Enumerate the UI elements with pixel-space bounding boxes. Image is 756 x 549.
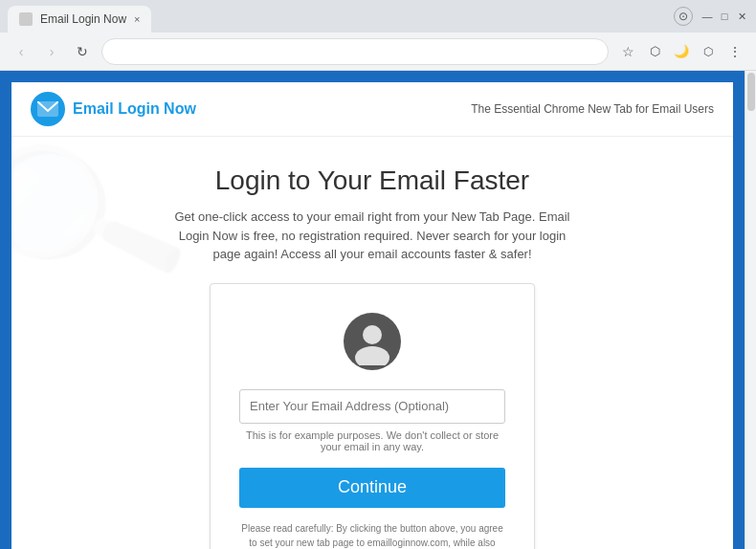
- restore-button[interactable]: □: [718, 10, 731, 23]
- fine-print: Please read carefully: By clicking the b…: [239, 521, 505, 550]
- email-input[interactable]: [239, 389, 505, 424]
- address-bar[interactable]: [101, 38, 609, 65]
- logo-text: Email Login Now: [73, 100, 196, 118]
- site-header: Email Login Now The Essential Chrome New…: [11, 82, 733, 137]
- logo-area: Email Login Now: [31, 92, 196, 126]
- hero-description: Get one-click access to your email right…: [171, 208, 573, 264]
- cast-button[interactable]: ⬡: [697, 40, 720, 63]
- page-inner: Email Login Now The Essential Chrome New…: [11, 82, 733, 549]
- profile-button[interactable]: ⊙: [674, 7, 693, 26]
- refresh-button[interactable]: ↻: [71, 40, 94, 63]
- email-icon: [37, 101, 58, 117]
- fine-print-text: Please read carefully: By clicking the b…: [241, 523, 503, 550]
- extensions-icon[interactable]: ⬡: [643, 40, 666, 63]
- avatar-area: [239, 313, 505, 370]
- scrollbar-thumb[interactable]: [747, 73, 755, 111]
- star-button[interactable]: ☆: [616, 40, 639, 63]
- menu-button[interactable]: ⋮: [723, 40, 746, 63]
- night-mode-button[interactable]: 🌙: [670, 40, 693, 63]
- tab-label: Email Login Now: [40, 12, 126, 26]
- browser-tab[interactable]: Email Login Now ×: [8, 6, 151, 33]
- page-wrapper: Email Login Now The Essential Chrome New…: [0, 71, 745, 549]
- avatar: [344, 313, 401, 370]
- toolbar-icons: ☆ ⬡ 🌙 ⬡ ⋮: [616, 40, 746, 63]
- svg-point-2: [355, 346, 389, 365]
- browser-body: Email Login Now The Essential Chrome New…: [0, 71, 756, 549]
- minimize-button[interactable]: —: [700, 10, 714, 23]
- user-avatar-icon: [348, 318, 396, 365]
- hero-title: Login to Your Email Faster: [31, 165, 714, 196]
- scrollbar-track: [745, 71, 756, 549]
- header-tagline: The Essential Chrome New Tab for Email U…: [471, 102, 714, 116]
- profile-icon: ⊙: [678, 10, 688, 23]
- content-area: Email Login Now The Essential Chrome New…: [0, 71, 745, 549]
- browser-frame: Email Login Now × ⊙ — □ ✕ ‹ › ↻ ☆ ⬡ 🌙 ⬡ …: [0, 0, 756, 549]
- tab-close-button[interactable]: ×: [134, 13, 140, 25]
- input-note: This is for example purposes. We don't c…: [239, 429, 505, 452]
- browser-toolbar: ‹ › ↻ ☆ ⬡ 🌙 ⬡ ⋮: [0, 33, 756, 71]
- svg-point-1: [363, 325, 382, 344]
- login-card: This is for example purposes. We don't c…: [210, 283, 535, 550]
- forward-button[interactable]: ›: [40, 40, 63, 63]
- continue-button[interactable]: Continue: [239, 468, 505, 508]
- close-button[interactable]: ✕: [735, 10, 748, 23]
- tab-favicon: [19, 12, 33, 26]
- window-controls: — □ ✕: [700, 10, 748, 23]
- hero-section: 🔍 HLC Login to Your Email Faster Get one…: [11, 137, 733, 549]
- title-bar: Email Login Now × ⊙ — □ ✕: [0, 0, 756, 33]
- logo-icon: [31, 92, 65, 126]
- back-button[interactable]: ‹: [10, 40, 33, 63]
- tab-bar: Email Login Now ×: [8, 0, 666, 33]
